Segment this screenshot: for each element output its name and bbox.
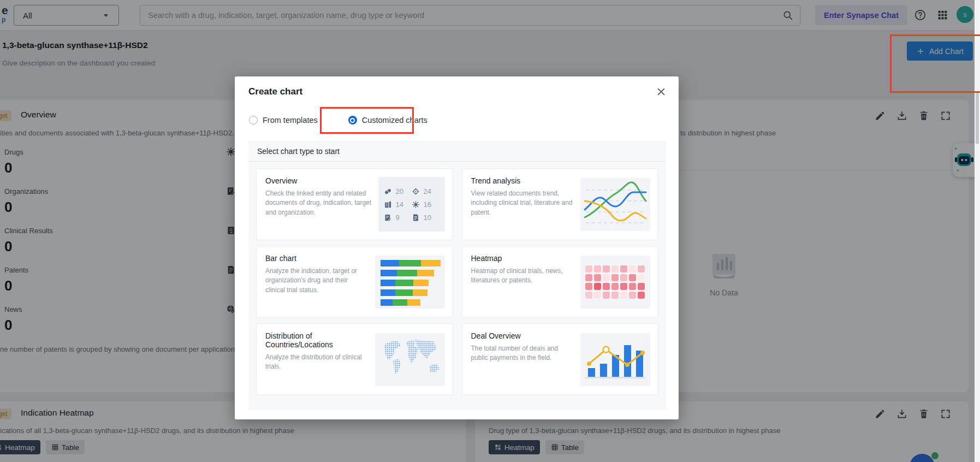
chart-type-description: View related documents trend, including …: [471, 189, 574, 217]
radio-unselected-icon: [249, 116, 258, 125]
chart-type-description: Analyze the distribution of clinical tri…: [265, 353, 369, 372]
close-icon[interactable]: [656, 86, 667, 97]
chart-type-title: Heatmap: [471, 254, 574, 263]
indication-virus-icon: [412, 200, 420, 209]
chart-type-deal-overview[interactable]: Deal Overview The total number of deals …: [462, 323, 659, 395]
patent-icon: [412, 214, 420, 222]
chart-type-description: Analyze the indication, target or organi…: [265, 266, 369, 295]
chart-type-title: Trend analysis: [471, 176, 574, 185]
trend-analysis-thumbnail: [580, 178, 650, 231]
chart-type-description: The total number of deals and public pay…: [471, 344, 574, 363]
radio-selected-icon: [348, 116, 357, 125]
radio-customized-charts[interactable]: Customized charts: [348, 116, 427, 125]
chart-type-title: Deal Overview: [471, 331, 574, 340]
chart-type-trend-analysis[interactable]: Trend analysis View related documents tr…: [462, 168, 659, 240]
chart-type-grid: Overview Check the linked entity and rel…: [248, 162, 666, 402]
stat-count: 24: [424, 187, 431, 196]
overview-thumbnail: 20 24 14 16 9 10: [378, 177, 445, 232]
target-icon: [412, 187, 420, 196]
chart-type-distribution-map[interactable]: Distribution of Countries/Locations Anal…: [256, 323, 453, 395]
scrollbar-thumb[interactable]: [976, 92, 979, 144]
radio-from-templates[interactable]: From templates: [249, 116, 318, 125]
modal-title: Create chart: [248, 86, 302, 97]
stat-count: 20: [396, 187, 403, 196]
deal-overview-thumbnail: [580, 333, 650, 386]
chart-type-overview[interactable]: Overview Check the linked entity and rel…: [256, 168, 453, 240]
stat-count: 16: [424, 200, 431, 209]
stat-count: 14: [396, 200, 403, 209]
bar-chart-thumbnail: [375, 256, 445, 309]
chart-type-description: Check the linked entity and related docu…: [265, 189, 372, 217]
radio-label: From templates: [263, 116, 318, 125]
create-chart-modal: Create chart From templates Customized c…: [235, 76, 679, 419]
stat-count: 9: [396, 214, 400, 222]
world-map-thumbnail: [375, 333, 445, 386]
chart-type-title: Bar chart: [265, 254, 369, 263]
chart-type-title: Distribution of Countries/Locations: [265, 331, 369, 349]
radio-label: Customized charts: [362, 116, 427, 125]
chart-source-radio-group: From templates Customized charts: [249, 116, 427, 125]
stat-count: 10: [424, 214, 431, 222]
chart-type-title: Overview: [265, 176, 372, 185]
clinical-result-icon: [384, 214, 392, 222]
organization-icon: [384, 200, 392, 209]
chart-type-description: Heatmap of clinical trials, news, litera…: [471, 266, 574, 286]
chart-type-panel: Select chart type to start Overview Chec…: [248, 141, 666, 410]
heatmap-thumbnail: [580, 256, 650, 309]
drug-pill-icon: [384, 187, 392, 196]
page-scrollbar: [975, 0, 980, 462]
chart-type-bar-chart[interactable]: Bar chart Analyze the indication, target…: [256, 246, 453, 318]
chart-type-heatmap[interactable]: Heatmap Heatmap of clinical trials, news…: [462, 246, 659, 318]
chart-type-panel-title: Select chart type to start: [248, 141, 666, 162]
app-screen: e p All Enter Synapse Chat s 1,3-beta-gl…: [0, 0, 980, 462]
